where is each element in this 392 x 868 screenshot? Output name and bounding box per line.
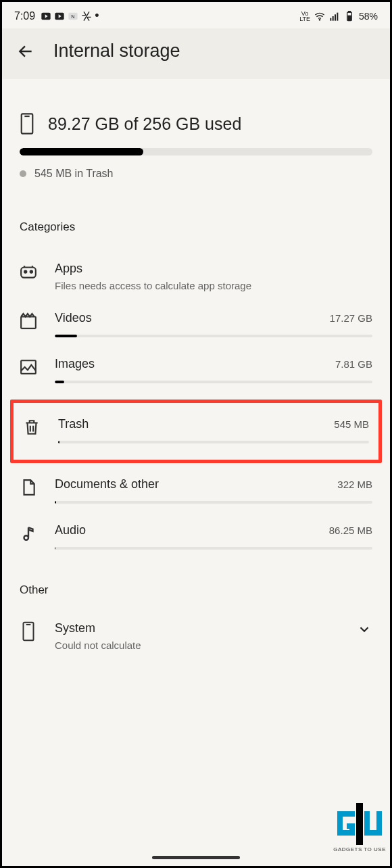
- svg-rect-12: [349, 11, 351, 11]
- category-audio[interactable]: Audio86.25 MB: [20, 514, 372, 560]
- category-size: 7.81 GB: [335, 358, 372, 370]
- svg-rect-16: [21, 268, 36, 278]
- svg-rect-7: [330, 18, 331, 20]
- documents-icon: [20, 479, 37, 496]
- category-apps[interactable]: AppsFiles needs access to calculate app …: [20, 253, 372, 302]
- category-size: 322 MB: [337, 479, 372, 490]
- dot-icon: [20, 170, 26, 177]
- category-bar: [55, 547, 372, 550]
- status-bar: 7:09 N • VoLTE 58%: [2, 2, 390, 28]
- phone-icon: [20, 623, 37, 640]
- category-sub: Files needs access to calculate app stor…: [55, 280, 372, 291]
- svg-rect-9: [335, 14, 336, 20]
- category-label: Audio: [55, 523, 86, 537]
- svg-rect-24: [356, 803, 363, 845]
- back-button[interactable]: [17, 43, 34, 60]
- status-app-icons: N •: [41, 9, 99, 23]
- svg-text:N: N: [71, 13, 74, 19]
- audio-icon: [20, 525, 37, 542]
- svg-rect-19: [21, 317, 36, 329]
- images-icon: [20, 358, 37, 376]
- categories-header: Categories: [20, 220, 372, 234]
- svg-point-6: [319, 19, 320, 20]
- page-title: Internal storage: [53, 41, 180, 62]
- status-time: 7:09: [14, 10, 35, 22]
- category-label: Images: [55, 357, 95, 371]
- svg-point-17: [24, 270, 26, 272]
- storage-progress: [20, 148, 372, 155]
- category-documents[interactable]: Documents & other322 MB: [20, 468, 372, 514]
- signal-icon: [329, 11, 340, 22]
- chevron-down-icon: [356, 621, 372, 637]
- category-bar: [55, 335, 372, 337]
- volte-icon: VoLTE: [299, 11, 310, 22]
- category-images[interactable]: Images7.81 GB: [20, 348, 372, 394]
- category-label: Apps: [55, 262, 82, 276]
- other-header: Other: [20, 583, 372, 597]
- category-size: 17.27 GB: [330, 312, 372, 324]
- videos-icon: [20, 312, 37, 330]
- wifi-icon: [314, 11, 325, 22]
- category-size: 545 MB: [334, 418, 369, 430]
- storage-used-text: 89.27 GB of 256 GB used: [48, 114, 241, 134]
- category-videos[interactable]: Videos17.27 GB: [20, 302, 372, 348]
- svg-rect-13: [348, 16, 351, 20]
- svg-rect-8: [333, 16, 334, 21]
- phone-icon: [20, 112, 36, 136]
- trash-icon: [23, 418, 41, 436]
- category-label: Videos: [55, 311, 92, 325]
- category-bar: [55, 381, 372, 383]
- system-sub: Could not calculate: [55, 640, 339, 651]
- system-row[interactable]: System Could not calculate: [20, 602, 372, 670]
- svg-point-18: [30, 270, 32, 272]
- svg-point-21: [24, 535, 29, 540]
- storage-summary: 89.27 GB of 256 GB used 545 MB in Trash: [20, 79, 372, 180]
- category-bar: [55, 501, 372, 504]
- trash-note: 545 MB in Trash: [20, 168, 372, 180]
- watermark: GADGETS TO USE: [333, 803, 386, 852]
- battery-text: 58%: [359, 11, 378, 22]
- app-bar: Internal storage: [2, 28, 390, 79]
- nav-pill[interactable]: [152, 856, 240, 859]
- apps-icon: [20, 263, 37, 281]
- category-bar: [58, 441, 369, 443]
- category-size: 86.25 MB: [329, 525, 372, 536]
- category-trash[interactable]: Trash545 MB: [23, 408, 369, 454]
- system-label: System: [55, 621, 339, 635]
- svg-rect-10: [337, 12, 338, 20]
- battery-icon: [344, 11, 355, 22]
- category-label: Documents & other: [55, 477, 159, 491]
- category-label: Trash: [58, 417, 89, 431]
